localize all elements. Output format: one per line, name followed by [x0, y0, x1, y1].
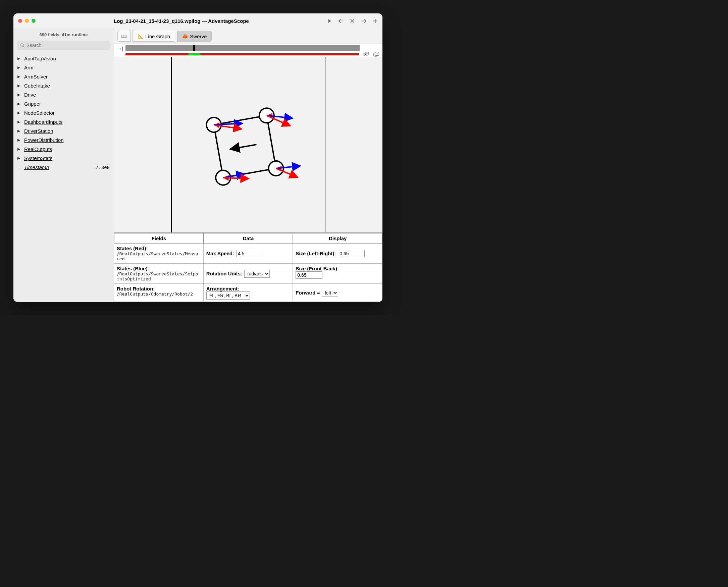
disclosure-triangle-icon[interactable]: – [18, 165, 21, 169]
tree-item-nodeselector[interactable]: ▶NodeSelector [17, 108, 110, 117]
tree-item-arm[interactable]: ▶Arm [17, 63, 110, 72]
enabled-bar [114, 51, 382, 57]
close-window-button[interactable] [18, 19, 22, 23]
main-panel: 📖📐Line Graph🦀Swerve →| [114, 28, 382, 302]
display-input[interactable] [338, 250, 365, 257]
tree-item-powerdistribution[interactable]: ▶PowerDistribution [17, 136, 110, 145]
disclosure-triangle-icon[interactable]: ▶ [18, 56, 21, 61]
disclosure-triangle-icon[interactable]: ▶ [18, 84, 21, 88]
titlebar: Log_23-04-21_15-41-23_q116.wpilog — Adva… [14, 14, 382, 28]
forward-icon[interactable] [361, 19, 367, 23]
tab-line-graph[interactable]: 📐Line Graph [133, 31, 175, 42]
config-header: Fields [114, 233, 204, 243]
display-select[interactable]: left [322, 289, 338, 297]
disclosure-triangle-icon[interactable]: ▶ [18, 102, 21, 106]
disclosure-triangle-icon[interactable]: ▶ [18, 156, 21, 160]
tree-item-driverstation[interactable]: ▶DriverStation [17, 126, 110, 136]
timeline-cursor[interactable] [193, 45, 195, 52]
jump-to-end-icon[interactable]: →| [117, 46, 123, 51]
add-icon[interactable] [373, 19, 378, 23]
app-body: 690 fields, 41m runtime ▶AprilTagVision▶… [14, 28, 382, 302]
tree-item-label: SystemStats [24, 155, 110, 161]
timeline-row: →| [114, 44, 382, 51]
disclosure-triangle-icon[interactable]: ▶ [18, 111, 21, 115]
display-label: Size (Front-Back): [296, 266, 379, 272]
disclosure-triangle-icon[interactable]: ▶ [18, 129, 21, 133]
disclosure-triangle-icon[interactable]: ▶ [18, 65, 21, 70]
disclosure-triangle-icon[interactable]: ▶ [18, 120, 21, 124]
field-tree: ▶AprilTagVision▶Arm▶ArmSolver▶CubeIntake… [14, 53, 114, 172]
disclosure-triangle-icon[interactable]: ▶ [18, 93, 21, 97]
close-icon[interactable] [350, 19, 355, 23]
config-data-cell: Rotation Units:radians [204, 264, 293, 284]
field-label: States (Blue): [117, 266, 201, 272]
tree-item-gripper[interactable]: ▶Gripper [17, 99, 110, 108]
tree-item-label: Timestamp [24, 164, 92, 170]
tree-item-label: Drive [24, 92, 110, 98]
disclosure-triangle-icon[interactable]: ▶ [18, 138, 21, 142]
tab-label: Swerve [190, 33, 207, 39]
config-header: Display [293, 233, 382, 243]
titlebar-actions [327, 19, 378, 23]
back-icon[interactable] [338, 19, 344, 23]
tree-item-label: DashboardInputs [24, 119, 110, 125]
data-select[interactable]: radians [244, 270, 270, 278]
tree-item-label: CubeIntake [24, 83, 110, 89]
tree-item-label: ArmSolver [24, 74, 110, 79]
tree-item-label: Gripper [24, 101, 110, 107]
tree-item-label: AprilTagVision [24, 56, 110, 62]
tree-item-armsolver[interactable]: ▶ArmSolver [17, 72, 110, 81]
field-label: Robot Rotation: [117, 286, 201, 291]
tree-item-systemstats[interactable]: ▶SystemStats [17, 154, 110, 163]
config-field-cell[interactable]: Robot Rotation:/RealOutputs/Odometry/Rob… [114, 284, 204, 302]
tree-item-value: 7.3e8 [96, 165, 110, 170]
config-table: FieldsDataDisplayStates (Red):/RealOutpu… [114, 233, 382, 302]
play-icon[interactable] [327, 19, 332, 23]
window-traffic-lights [18, 19, 36, 23]
svg-line-5 [232, 145, 257, 149]
config-field-cell[interactable]: States (Blue):/RealOutputs/SwerveStates/… [114, 264, 204, 284]
data-label: Rotation Units: [206, 271, 242, 276]
timeline-scrubber[interactable] [125, 45, 360, 51]
canvas-frame [171, 57, 325, 232]
tab-swerve[interactable]: 🦀Swerve [177, 31, 212, 42]
add-overlay-icon[interactable] [373, 51, 380, 57]
sidebar: 690 fields, 41m runtime ▶AprilTagVision▶… [14, 28, 114, 302]
tree-item-dashboardinputs[interactable]: ▶DashboardInputs [17, 117, 110, 126]
visibility-icon[interactable] [363, 51, 370, 57]
display-label: Forward = [296, 290, 320, 296]
tab-icon: 📖 [121, 33, 127, 39]
tree-item-realoutputs[interactable]: ▶RealOutputs [17, 145, 110, 154]
config-field-cell[interactable]: States (Red):/RealOutputs/SwerveStates/M… [114, 243, 204, 264]
window-title: Log_23-04-21_15-41-23_q116.wpilog — Adva… [38, 18, 324, 24]
tab-icon: 📐 [138, 33, 143, 39]
tree-item-timestamp[interactable]: –Timestamp7.3e8 [17, 163, 110, 172]
data-input[interactable] [236, 250, 263, 257]
tree-item-label: Arm [24, 65, 110, 70]
tab-label: Line Graph [145, 33, 170, 39]
search-input[interactable] [26, 43, 107, 48]
data-label: Max Speed: [206, 251, 234, 256]
maximize-window-button[interactable] [31, 19, 36, 23]
data-select[interactable]: FL, FR, BL, BR [206, 291, 250, 300]
tree-item-label: RealOutputs [24, 146, 110, 152]
display-label: Size (Left-Right): [296, 251, 336, 256]
tree-item-label: PowerDistribution [24, 137, 110, 143]
swerve-diagram [188, 91, 309, 198]
disclosure-triangle-icon[interactable]: ▶ [18, 147, 21, 151]
minimize-window-button[interactable] [25, 19, 29, 23]
disclosure-triangle-icon[interactable]: ▶ [18, 74, 21, 79]
search-icon [20, 43, 24, 48]
config-data-cell: Max Speed: [204, 243, 293, 264]
display-input[interactable] [296, 272, 322, 279]
config-data-cell: Arrangement:FL, FR, BL, BR [204, 284, 293, 302]
search-box[interactable] [17, 41, 110, 50]
tree-item-drive[interactable]: ▶Drive [17, 90, 110, 99]
data-label: Arrangement: [206, 286, 290, 291]
tab-overview[interactable]: 📖 [117, 31, 131, 42]
tab-bar: 📖📐Line Graph🦀Swerve [114, 28, 382, 44]
tree-item-cubeintake[interactable]: ▶CubeIntake [17, 81, 110, 90]
sidebar-summary: 690 fields, 41m runtime [14, 29, 114, 41]
tree-item-apriltagvision[interactable]: ▶AprilTagVision [17, 54, 110, 63]
enabled-bar-track[interactable] [125, 53, 359, 55]
